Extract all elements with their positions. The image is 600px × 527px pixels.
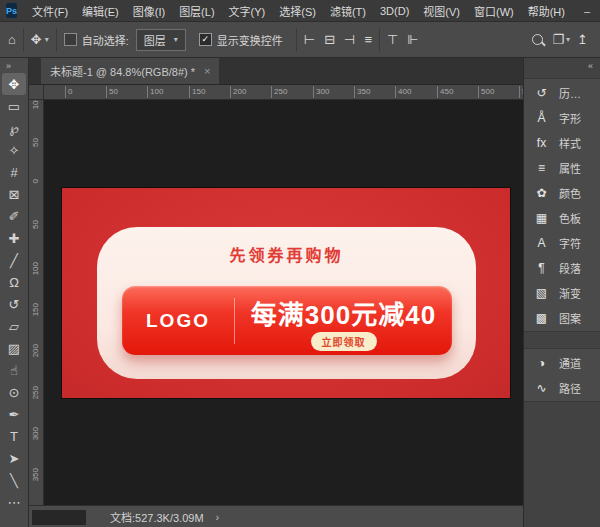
ruler-tick: 150 — [189, 86, 205, 98]
dodge-tool[interactable]: ⊙ — [2, 381, 26, 403]
show-transform-checkbox[interactable]: ✓ 显示变换控件 — [199, 32, 283, 48]
align-top-icon[interactable]: ⊤ — [387, 33, 398, 46]
spot-healing-brush-tool[interactable]: ✚ — [2, 227, 26, 249]
distribute-vertical-icon[interactable]: ⊩ — [407, 33, 418, 46]
menu-window[interactable]: 窗口(W) — [467, 3, 521, 19]
banner-logo: LOGO — [122, 286, 234, 355]
path-selection-tool[interactable]: ➤ — [2, 447, 26, 469]
type-tool[interactable]: T — [2, 425, 26, 447]
panel-styles[interactable]: fx 样式 — [524, 130, 600, 155]
lasso-tool[interactable]: ℘ — [2, 117, 26, 139]
menu-type[interactable]: 文字(Y) — [222, 3, 273, 19]
rectangular-marquee-tool[interactable]: ▭ — [2, 95, 26, 117]
panel-patterns[interactable]: ▩ 图案 — [524, 305, 600, 330]
ruler-tick: 300 — [313, 86, 329, 98]
dropdown-value: 图层 — [144, 32, 166, 48]
banner-coupon-button: LOGO 每满300元减40 立即领取 — [122, 286, 452, 355]
menu-bar: Ps 文件(F)编辑(E)图像(I)图层(L)文字(Y)选择(S)滤镜(T)3D… — [0, 0, 600, 21]
menu-filter[interactable]: 滤镜(T) — [323, 3, 373, 19]
tool-preset-picker[interactable]: ✥ ▾ — [31, 33, 49, 46]
auto-select-checkbox[interactable]: 自动选择: — [64, 32, 129, 48]
ruler-row: 0501001502002503003504004505005506 — [29, 85, 523, 100]
frame-tool[interactable]: ⊠ — [2, 183, 26, 205]
chevron-down-icon: ▾ — [566, 35, 570, 44]
align-buttons: ⊢⊟⊣≡ — [304, 33, 372, 46]
menu-select[interactable]: 选择(S) — [272, 3, 323, 19]
menu-file[interactable]: 文件(F) — [25, 3, 75, 19]
panel-properties[interactable]: ≡ 属性 — [524, 155, 600, 180]
align-left-icon[interactable]: ⊢ — [304, 33, 315, 46]
ruler-tick: 0 — [30, 179, 42, 183]
banner-panel: 先领券再购物 LOGO 每满300元减40 立即领取 — [97, 227, 476, 379]
search-icon[interactable] — [532, 34, 543, 45]
object-selection-tool[interactable]: ✧ — [2, 139, 26, 161]
pen-tool[interactable]: ✒ — [2, 403, 26, 425]
ruler-tick: 400 — [395, 86, 411, 98]
ruler-tick: 450 — [437, 86, 453, 98]
align-center-horizontal-icon[interactable]: ⊟ — [324, 33, 335, 46]
eraser-tool[interactable]: ▱ — [2, 315, 26, 337]
align-right-icon[interactable]: ⊣ — [344, 33, 355, 46]
panel-gradients[interactable]: ▧ 渐变 — [524, 280, 600, 305]
ruler-tick: 550 — [519, 86, 523, 98]
ruler-tick: 200 — [230, 86, 246, 98]
zoom-input[interactable] — [32, 510, 86, 525]
move-tool[interactable]: ✥ — [2, 73, 26, 95]
smudge-tool[interactable]: ☝ — [2, 359, 26, 381]
menu-layer[interactable]: 图层(L) — [172, 3, 221, 19]
gradient-tool[interactable]: ▨ — [2, 337, 26, 359]
line-tool[interactable]: ╲ — [2, 469, 26, 491]
panel-paths[interactable]: ∿ 路径 — [524, 375, 600, 400]
menu-image[interactable]: 图像(I) — [126, 3, 172, 19]
photoshop-window: Ps 文件(F)编辑(E)图像(I)图层(L)文字(Y)选择(S)滤镜(T)3D… — [0, 0, 600, 527]
document-area: 未标题-1 @ 84.8%(RGB/8#) * × 05010015020025… — [29, 58, 523, 527]
clone-stamp-tool[interactable]: Ω — [2, 271, 26, 293]
distribute-centers-icon[interactable]: ≡ — [364, 33, 372, 46]
divider — [23, 29, 24, 51]
expand-tools-icon[interactable]: » — [0, 58, 28, 73]
photoshop-logo-icon[interactable]: Ps — [6, 3, 17, 18]
menu-3d[interactable]: 3D(D) — [373, 5, 416, 17]
divider — [56, 29, 57, 51]
panel-glyphs[interactable]: Å 字形 — [524, 105, 600, 130]
ruler-corner[interactable] — [29, 85, 44, 99]
auto-select-label: 自动选择: — [82, 32, 129, 48]
ruler-tick: 200 — [30, 344, 42, 357]
vertical-ruler[interactable]: 10050050100150200250300350 — [29, 100, 44, 505]
tools-panel: » ✥▭℘✧#⊠✐✚╱Ω↺▱▨☝⊙✒T➤╲⋯ — [0, 58, 29, 527]
divider — [379, 29, 380, 51]
panel-history[interactable]: ↺ 历… — [524, 80, 600, 105]
panel-color[interactable]: ✿ 颜色 — [524, 180, 600, 205]
document-tab[interactable]: 未标题-1 @ 84.8%(RGB/8#) * × — [41, 58, 219, 84]
horizontal-ruler[interactable]: 0501001502002503003504004505005506 — [44, 85, 523, 99]
canvas[interactable]: 先领券再购物 LOGO 每满300元减40 立即领取 — [44, 100, 523, 505]
panel-swatches[interactable]: ▦ 色板 — [524, 205, 600, 230]
options-bar: ⌂ ✥ ▾ 自动选择: 图层 ▾ ✓ 显示变换控件 ⊢⊟⊣≡ ⊤⊩ ❐ — [0, 21, 600, 58]
banner-document[interactable]: 先领券再购物 LOGO 每满300元减40 立即领取 — [62, 188, 510, 398]
move-tool-icon: ✥ — [31, 33, 42, 46]
ruler-tick: 50 — [30, 138, 42, 147]
menu-items: 文件(F)编辑(E)图像(I)图层(L)文字(Y)选择(S)滤镜(T)3D(D)… — [25, 0, 572, 21]
ruler-tick: 250 — [271, 86, 287, 98]
edit-toolbar[interactable]: ⋯ — [2, 491, 26, 513]
share-icon[interactable]: ↥ — [577, 33, 588, 46]
menu-edit[interactable]: 编辑(E) — [75, 3, 126, 19]
eyedropper-tool[interactable]: ✐ — [2, 205, 26, 227]
crop-tool[interactable]: # — [2, 161, 26, 183]
brush-tool[interactable]: ╱ — [2, 249, 26, 271]
tool-list: ✥▭℘✧#⊠✐✚╱Ω↺▱▨☝⊙✒T➤╲⋯ — [0, 73, 28, 513]
panel-character[interactable]: A 字符 — [524, 230, 600, 255]
menu-view[interactable]: 视图(V) — [416, 3, 467, 19]
menu-help[interactable]: 帮助(H) — [521, 3, 572, 19]
history-brush-tool[interactable]: ↺ — [2, 293, 26, 315]
status-chevron-icon[interactable]: › — [216, 511, 220, 523]
close-tab-icon[interactable]: × — [204, 65, 210, 77]
auto-select-target-dropdown[interactable]: 图层 ▾ — [136, 29, 186, 51]
minimize-button[interactable]: – — [572, 0, 600, 21]
collapse-panels-icon[interactable]: « — [524, 58, 600, 74]
workspace-switcher[interactable]: ❐ ▾ — [552, 33, 570, 46]
home-icon[interactable]: ⌂ — [8, 33, 16, 46]
panel-paragraph[interactable]: ¶ 段落 — [524, 255, 600, 280]
panel-channels[interactable]: ◑ 通道 — [524, 350, 600, 375]
chevron-down-icon: ▾ — [174, 35, 178, 44]
